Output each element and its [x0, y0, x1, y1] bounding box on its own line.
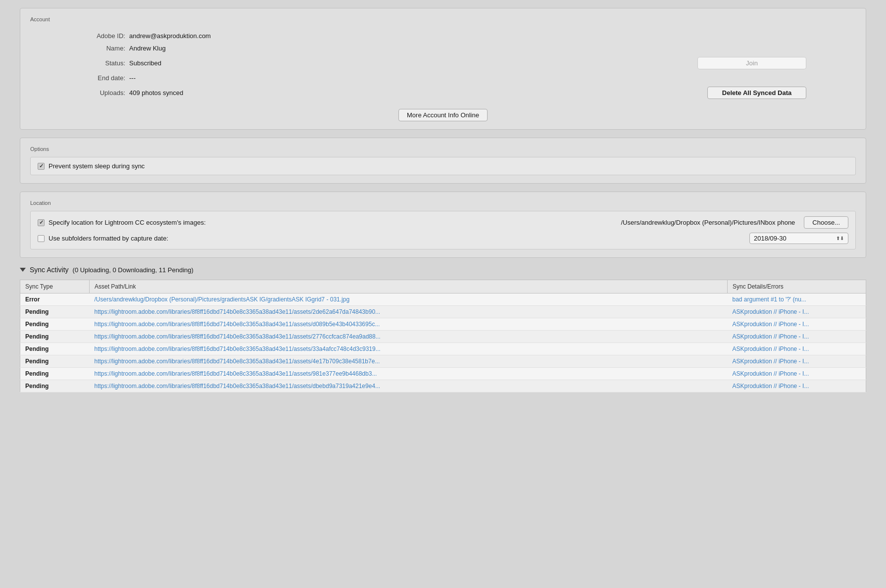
row-path[interactable]: https://lightroom.adobe.com/libraries/8f… — [90, 331, 728, 343]
prevent-sleep-label: Prevent system sleep during sync — [49, 162, 145, 170]
subfolders-row: Use subfolders formatted by capture date… — [38, 233, 848, 244]
uploads-value: 409 photos synced — [129, 89, 697, 97]
account-section-label: Account — [30, 16, 856, 22]
options-section-label: Options — [30, 146, 856, 152]
delete-synced-data-button[interactable]: Delete All Synced Data — [707, 87, 806, 99]
location-section-label: Location — [30, 200, 856, 206]
row-path-link[interactable]: https://lightroom.adobe.com/libraries/8f… — [95, 370, 377, 377]
specify-location-checkbox[interactable] — [38, 219, 45, 226]
row-details[interactable]: ASKproduktion // iPhone - I... — [728, 318, 866, 331]
name-label: Name: — [60, 45, 129, 52]
row-path-link[interactable]: https://lightroom.adobe.com/libraries/8f… — [95, 308, 381, 315]
prevent-sleep-row: Prevent system sleep during sync — [38, 162, 848, 170]
date-value: 2018/09-30 — [754, 235, 787, 242]
row-details[interactable]: ASKproduktion // iPhone - I... — [728, 306, 866, 318]
subfolders-checkbox[interactable] — [38, 235, 45, 242]
row-path[interactable]: https://lightroom.adobe.com/libraries/8f… — [90, 318, 728, 331]
row-type: Pending — [20, 368, 90, 380]
row-path-link[interactable]: https://lightroom.adobe.com/libraries/8f… — [95, 358, 380, 365]
status-action: Join — [697, 57, 826, 69]
row-details-link[interactable]: ASKproduktion // iPhone - I... — [733, 358, 809, 365]
end-date-value: --- — [129, 74, 697, 82]
specify-location-label: Specify location for Lightroom CC ecosys… — [49, 219, 206, 226]
row-path-link[interactable]: https://lightroom.adobe.com/libraries/8f… — [95, 321, 380, 328]
adobe-id-label: Adobe ID: — [60, 32, 129, 40]
table-row: Error/Users/andrewklug/Dropbox (Personal… — [20, 294, 866, 306]
specify-location-row: Specify location for Lightroom CC ecosys… — [38, 216, 848, 229]
sync-activity-header: Sync Activity (0 Uploading, 0 Downloadin… — [20, 266, 866, 274]
prevent-sleep-checkbox[interactable] — [38, 163, 45, 170]
col-header-path: Asset Path/Link — [90, 280, 728, 294]
row-type: Pending — [20, 306, 90, 318]
account-grid: Adobe ID: andrew@askproduktion.com Name:… — [30, 27, 856, 104]
row-path[interactable]: /Users/andrewklug/Dropbox (Personal)/Pic… — [90, 294, 728, 306]
page-container: Account Adobe ID: andrew@askproduktion.c… — [0, 0, 886, 588]
row-path-link[interactable]: /Users/andrewklug/Dropbox (Personal)/Pic… — [95, 296, 350, 303]
table-row: Pendinghttps://lightroom.adobe.com/libra… — [20, 368, 866, 380]
subfolders-label: Use subfolders formatted by capture date… — [49, 235, 168, 242]
dropdown-arrows-icon: ⬆⬇ — [836, 236, 844, 241]
row-details[interactable]: ASKproduktion // iPhone - I... — [728, 368, 866, 380]
row-type: Pending — [20, 318, 90, 331]
date-dropdown[interactable]: 2018/09-30 ⬆⬇ — [749, 233, 848, 244]
sync-activity-summary: (0 Uploading, 0 Downloading, 11 Pending) — [73, 266, 194, 274]
row-details-link[interactable]: ASKproduktion // iPhone - I... — [733, 308, 809, 315]
row-path[interactable]: https://lightroom.adobe.com/libraries/8f… — [90, 343, 728, 355]
row-details-link[interactable]: ASKproduktion // iPhone - I... — [733, 333, 809, 340]
uploads-action: Delete All Synced Data — [697, 87, 826, 99]
adobe-id-value: andrew@askproduktion.com — [129, 32, 697, 40]
location-section: Location Specify location for Lightroom … — [20, 192, 866, 258]
sync-table: Sync Type Asset Path/Link Sync Details/E… — [20, 280, 866, 392]
row-path[interactable]: https://lightroom.adobe.com/libraries/8f… — [90, 355, 728, 368]
choose-location-button[interactable]: Choose... — [804, 216, 848, 229]
options-content: Prevent system sleep during sync — [30, 157, 856, 175]
sync-table-body: Error/Users/andrewklug/Dropbox (Personal… — [20, 294, 866, 392]
table-row: Pendinghttps://lightroom.adobe.com/libra… — [20, 331, 866, 343]
row-path[interactable]: https://lightroom.adobe.com/libraries/8f… — [90, 368, 728, 380]
row-path[interactable]: https://lightroom.adobe.com/libraries/8f… — [90, 380, 728, 392]
row-details[interactable]: bad argument #1 to '?' (nu... — [728, 294, 866, 306]
col-header-type: Sync Type — [20, 280, 90, 294]
row-path-link[interactable]: https://lightroom.adobe.com/libraries/8f… — [95, 383, 381, 390]
row-type: Pending — [20, 343, 90, 355]
row-type: Pending — [20, 331, 90, 343]
row-details-link[interactable]: ASKproduktion // iPhone - I... — [733, 345, 809, 352]
row-details[interactable]: ASKproduktion // iPhone - I... — [728, 355, 866, 368]
join-button[interactable]: Join — [697, 57, 806, 69]
options-section: Options Prevent system sleep during sync — [20, 138, 866, 184]
row-type: Pending — [20, 355, 90, 368]
end-date-label: End date: — [60, 74, 129, 82]
row-details-link[interactable]: ASKproduktion // iPhone - I... — [733, 383, 809, 390]
uploads-label: Uploads: — [60, 89, 129, 97]
collapse-triangle-icon[interactable] — [20, 268, 26, 272]
account-section: Account Adobe ID: andrew@askproduktion.c… — [20, 8, 866, 130]
table-row: Pendinghttps://lightroom.adobe.com/libra… — [20, 355, 866, 368]
sync-activity-section: Sync Activity (0 Uploading, 0 Downloadin… — [20, 266, 866, 392]
col-header-details: Sync Details/Errors — [728, 280, 866, 294]
table-row: Pendinghttps://lightroom.adobe.com/libra… — [20, 343, 866, 355]
location-content: Specify location for Lightroom CC ecosys… — [30, 211, 856, 249]
row-path-link[interactable]: https://lightroom.adobe.com/libraries/8f… — [95, 333, 381, 340]
row-path[interactable]: https://lightroom.adobe.com/libraries/8f… — [90, 306, 728, 318]
more-account-info-button[interactable]: More Account Info Online — [398, 109, 488, 121]
row-details-link[interactable]: bad argument #1 to '?' (nu... — [733, 296, 806, 303]
location-path-value: /Users/andrewklug/Dropbox (Personal)/Pic… — [621, 219, 800, 226]
status-value: Subscribed — [129, 59, 697, 67]
name-value: Andrew Klug — [129, 45, 697, 52]
row-details[interactable]: ASKproduktion // iPhone - I... — [728, 331, 866, 343]
table-row: Pendinghttps://lightroom.adobe.com/libra… — [20, 306, 866, 318]
row-details-link[interactable]: ASKproduktion // iPhone - I... — [733, 370, 809, 377]
more-info-row: More Account Info Online — [30, 109, 856, 121]
sync-table-header-row: Sync Type Asset Path/Link Sync Details/E… — [20, 280, 866, 294]
table-row: Pendinghttps://lightroom.adobe.com/libra… — [20, 380, 866, 392]
table-row: Pendinghttps://lightroom.adobe.com/libra… — [20, 318, 866, 331]
row-type: Error — [20, 294, 90, 306]
status-label: Status: — [60, 59, 129, 67]
sync-table-head: Sync Type Asset Path/Link Sync Details/E… — [20, 280, 866, 294]
row-details[interactable]: ASKproduktion // iPhone - I... — [728, 380, 866, 392]
row-details[interactable]: ASKproduktion // iPhone - I... — [728, 343, 866, 355]
row-path-link[interactable]: https://lightroom.adobe.com/libraries/8f… — [95, 345, 381, 352]
row-details-link[interactable]: ASKproduktion // iPhone - I... — [733, 321, 809, 328]
sync-activity-title: Sync Activity — [30, 266, 69, 274]
row-type: Pending — [20, 380, 90, 392]
